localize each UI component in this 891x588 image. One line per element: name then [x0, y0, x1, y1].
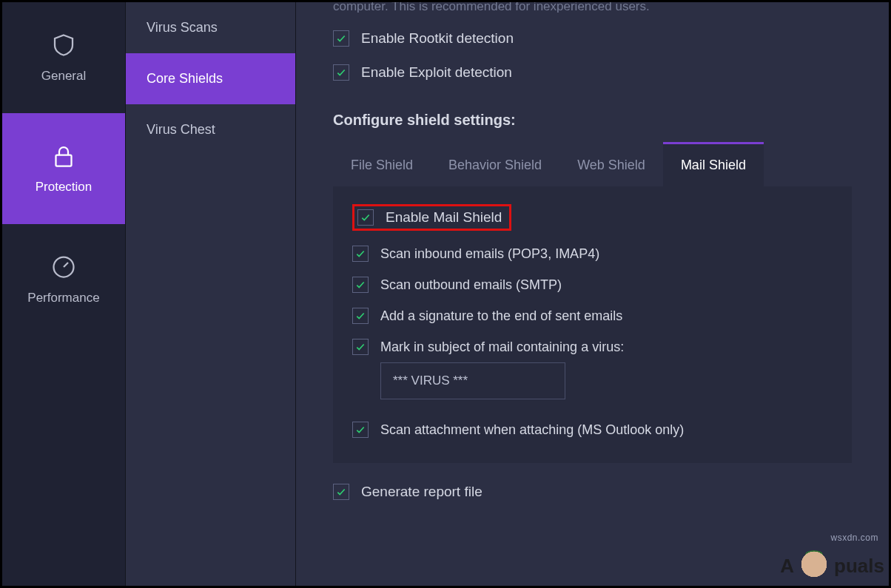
- rootkit-detection-row[interactable]: Enable Rootkit detection: [333, 30, 852, 47]
- rail-item-label: Performance: [27, 291, 99, 305]
- shield-icon: [50, 32, 77, 58]
- tab-file-shield[interactable]: File Shield: [333, 142, 431, 186]
- checkbox-icon[interactable]: [357, 209, 374, 226]
- add-signature-row[interactable]: Add a signature to the end of sent email…: [352, 308, 833, 324]
- checkbox-icon[interactable]: [333, 484, 349, 500]
- mascot-icon: [798, 550, 830, 581]
- exploit-detection-row[interactable]: Enable Exploit detection: [333, 64, 852, 81]
- checkbox-icon[interactable]: [352, 246, 369, 262]
- gauge-icon: [50, 254, 77, 280]
- scan-outbound-row[interactable]: Scan outbound emails (SMTP): [352, 277, 833, 293]
- checkbox-icon[interactable]: [333, 30, 349, 47]
- rail-item-label: Protection: [36, 180, 93, 195]
- primary-nav-rail: General Protection Performance: [2, 2, 126, 586]
- protection-subnav: Virus Scans Core Shields Virus Chest: [126, 2, 296, 586]
- checkbox-icon[interactable]: [352, 422, 369, 438]
- tab-mail-shield[interactable]: Mail Shield: [663, 142, 764, 186]
- mark-subject-row[interactable]: Mark in subject of mail containing a vir…: [352, 339, 833, 355]
- checkbox-label: Enable Rootkit detection: [361, 30, 514, 47]
- rail-item-protection[interactable]: Protection: [2, 113, 125, 224]
- checkbox-icon[interactable]: [333, 64, 349, 81]
- rail-item-label: General: [41, 69, 86, 84]
- checkbox-label: Scan inbound emails (POP3, IMAP4): [380, 246, 599, 262]
- rail-item-general[interactable]: General: [2, 2, 125, 113]
- subnav-item-core-shields[interactable]: Core Shields: [126, 53, 295, 104]
- tab-web-shield[interactable]: Web Shield: [559, 142, 663, 186]
- lock-icon: [50, 143, 77, 169]
- rail-item-performance[interactable]: Performance: [2, 224, 125, 335]
- brand-text-left: A: [780, 555, 794, 578]
- checkbox-label: Scan attachment when attaching (MS Outlo…: [380, 422, 684, 438]
- checkbox-icon[interactable]: [352, 277, 369, 293]
- checkbox-label: Mark in subject of mail containing a vir…: [380, 339, 624, 355]
- mail-shield-body: Enable Mail Shield Scan inbound emails (…: [333, 186, 852, 463]
- site-watermark: wsxdn.com: [830, 533, 878, 543]
- checkbox-icon[interactable]: [352, 339, 369, 355]
- brand-watermark: A puals: [780, 550, 884, 581]
- generate-report-row[interactable]: Generate report file: [333, 484, 852, 500]
- virus-subject-input[interactable]: [380, 362, 565, 399]
- scan-attachment-row[interactable]: Scan attachment when attaching (MS Outlo…: [352, 422, 833, 438]
- svg-rect-0: [56, 155, 72, 166]
- tab-behavior-shield[interactable]: Behavior Shield: [431, 142, 559, 186]
- checkbox-label: Scan outbound emails (SMTP): [380, 277, 562, 293]
- checkbox-label: Add a signature to the end of sent email…: [380, 308, 622, 324]
- scan-inbound-row[interactable]: Scan inbound emails (POP3, IMAP4): [352, 246, 833, 262]
- checkbox-icon[interactable]: [352, 308, 369, 324]
- brand-text-right: puals: [834, 555, 884, 578]
- checkbox-label: Generate report file: [361, 484, 483, 500]
- shield-tabs: File Shield Behavior Shield Web Shield M…: [333, 142, 852, 186]
- truncated-description: computer. This is recommended for inexpe…: [333, 2, 852, 14]
- subnav-item-virus-chest[interactable]: Virus Chest: [126, 104, 295, 155]
- enable-mail-shield-highlight: Enable Mail Shield: [352, 204, 511, 231]
- checkbox-label: Enable Exploit detection: [361, 64, 512, 81]
- subnav-item-virus-scans[interactable]: Virus Scans: [126, 2, 295, 53]
- core-shields-panel: computer. This is recommended for inexpe…: [296, 2, 889, 586]
- configure-shield-title: Configure shield settings:: [333, 112, 852, 129]
- enable-mail-shield-label: Enable Mail Shield: [386, 209, 502, 226]
